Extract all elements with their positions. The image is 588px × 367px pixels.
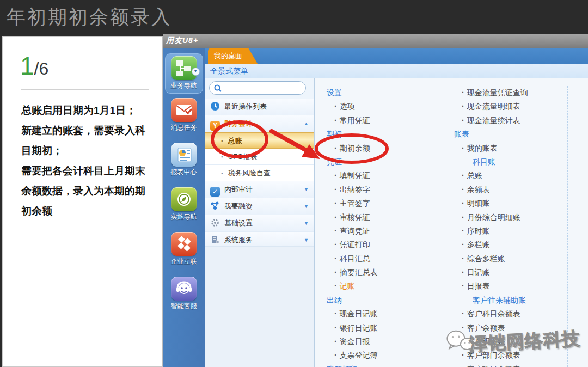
menu-item-general-ledger-report[interactable]: 总账 — [451, 169, 579, 182]
chevron-up-icon[interactable]: ▲ — [304, 115, 309, 132]
chevron-down-icon[interactable]: ▼ — [304, 198, 309, 215]
menu-item-daily-report[interactable]: 日报表 — [451, 279, 579, 293]
menu-item-query-voucher[interactable]: 查询凭证 — [324, 224, 444, 238]
tutorial-panel: 1/6 总账启用日期为1月1日； 新建立的账套，需要录入科 目期初； 需要把各会… — [2, 36, 163, 367]
menu-item-common-vouchers[interactable]: 常用凭证 — [324, 114, 444, 127]
menu-item-my-reports[interactable]: 我的账表 — [451, 142, 579, 155]
smart-service-headset-icon — [171, 277, 197, 301]
tree-item-label: 财务会计 — [224, 119, 253, 127]
window-titlebar: 用友U8+ — [163, 34, 588, 48]
tutorial-text: 总账启用日期为1月1日； 新建立的账套，需要录入科 目期初； 需要把各会计科目上… — [21, 100, 152, 221]
menu-item-combined-multicolumn[interactable]: 综合多栏账 — [451, 252, 579, 266]
step-indicator: 1/6 — [20, 51, 48, 81]
search-area — [205, 78, 314, 99]
sidebar-item-label: 智能客服 — [165, 302, 203, 311]
menu-group-book-print: 账簿打印 — [324, 363, 444, 367]
tree-item-financing[interactable]: 我要融资▼ — [205, 198, 314, 215]
column-divider — [567, 86, 568, 367]
menu-group-account-reports: 账表 — [451, 127, 579, 141]
search-input[interactable] — [224, 83, 302, 94]
tutorial-line: 新建立的账套，需要录入科 — [21, 120, 152, 140]
menu-content: 最近操作列表 ¥财务会计▲ 总账 UFO报表 税务风险自查 — [205, 78, 588, 367]
sidebar-item-implementation-nav[interactable]: 实施导航 — [165, 187, 203, 228]
tree-item-ufo-report[interactable]: UFO报表 — [205, 149, 314, 165]
menu-item-account-summary[interactable]: 科目汇总 — [324, 252, 444, 266]
menu-group-cashier: 出纳 — [324, 293, 444, 307]
yen-icon: ¥ — [210, 121, 220, 131]
menu-item-journal[interactable]: 日记账 — [451, 266, 579, 279]
menu-item-check-register[interactable]: 支票登记簿 — [324, 348, 444, 362]
tree-item-label: 系统服务 — [224, 236, 253, 244]
enterprise-link-icon — [171, 232, 197, 256]
menu-item-print-voucher[interactable]: 凭证打印 — [324, 238, 444, 252]
tree-item-general-ledger[interactable]: 总账 — [205, 132, 314, 149]
menu-item-customer-subject-balance[interactable]: 客户科目余额表 — [451, 307, 579, 321]
menu-tree-panel: 最近操作列表 ¥财务会计▲ 总账 UFO报表 税务风险自查 — [205, 78, 315, 367]
tree-empty-area — [205, 246, 314, 367]
menu-item-customer-detail[interactable]: 客户明细账 — [451, 335, 579, 348]
menu-column-1: 设置 选项 常用凭证 期初 期初余额 凭证 填制凭证 出纳签字 主管签字 审核凭… — [324, 86, 444, 367]
u8-window: 用友U8+ ▾ 业务导航 消息任务 报表中心 — [163, 34, 588, 367]
chevron-down-icon[interactable]: ▾ — [192, 68, 200, 76]
chevron-down-icon[interactable]: ▼ — [304, 215, 309, 231]
tree-item-tax-risk-check[interactable]: 税务风险自查 — [205, 165, 314, 181]
business-nav-tree-icon: ▾ — [171, 56, 197, 80]
menu-item-cashflow-voucher-query[interactable]: 现金流量凭证查询 — [451, 86, 579, 100]
menu-column-2: 现金流量凭证查询 现金流量明细表 现金流量统计表 账表 我的账表 科目账 总账 … — [451, 86, 579, 367]
menu-item-cash-journal[interactable]: 现金日记账 — [324, 307, 444, 321]
menu-item-fill-voucher[interactable]: 填制凭证 — [324, 169, 444, 182]
menu-item-cashier-sign[interactable]: 出纳签字 — [324, 183, 444, 197]
search-box[interactable] — [209, 81, 306, 95]
main-area: 我的桌面 全景式菜单 最近操作列表 — [205, 48, 588, 367]
menu-item-customer-dept-balance[interactable]: 客户部门余额表 — [451, 348, 579, 362]
tree-item-recent-operations[interactable]: 最近操作列表 — [205, 99, 314, 115]
menu-item-detail-ledger[interactable]: 明细账 — [451, 197, 579, 210]
menu-item-beginning-balance[interactable]: 期初余额 — [324, 142, 444, 155]
menu-item-bank-journal[interactable]: 银行日记账 — [324, 321, 444, 335]
menu-group-customer-aux: 客户往来辅助账 — [451, 293, 579, 307]
menu-group-settings: 设置 — [324, 86, 444, 100]
menu-item-balance-sheet[interactable]: 余额表 — [451, 183, 579, 197]
menu-item-cashflow-detail[interactable]: 现金流量明细表 — [451, 100, 579, 113]
tree-item-label: UFO报表 — [228, 152, 257, 161]
tab-bar: 我的桌面 — [205, 48, 588, 64]
page-title: 年初期初余额录入 — [7, 4, 172, 30]
tutorial-line: 初余额 — [21, 201, 152, 221]
menu-item-chronological[interactable]: 序时账 — [451, 224, 579, 238]
tree-item-label: 税务风险自查 — [228, 169, 271, 177]
left-sidebar: ▾ 业务导航 消息任务 报表中心 实施导航 — [163, 48, 205, 367]
sidebar-item-report-center[interactable]: 报表中心 — [165, 143, 203, 183]
sidebar-item-label: 消息任务 — [165, 123, 203, 132]
sidebar-item-smart-service[interactable]: 智能客服 — [165, 277, 203, 317]
menu-item-monthly-detail[interactable]: 月份综合明细账 — [451, 211, 579, 224]
sidebar-item-label: 企业互联 — [165, 257, 203, 266]
menu-item-options[interactable]: 选项 — [324, 100, 444, 113]
menu-item-bookkeeping[interactable]: 记账 — [324, 279, 444, 293]
search-icon — [213, 84, 222, 93]
menu-item-fund-daily[interactable]: 资金日报 — [324, 335, 444, 348]
share-nodes-icon — [210, 200, 220, 210]
step-divider — [21, 89, 149, 90]
chevron-down-icon[interactable]: ▼ — [304, 181, 309, 198]
sidebar-item-enterprise-link[interactable]: 企业互联 — [165, 232, 203, 272]
tutorial-line: 总账启用日期为1月1日； — [21, 100, 152, 120]
tutorial-line: 需要把各会计科目上月期末 — [21, 161, 152, 181]
tree-item-basic-settings[interactable]: 基础设置▼ — [205, 215, 314, 232]
sidebar-item-label: 实施导航 — [165, 212, 203, 222]
tree-item-financial-accounting[interactable]: ¥财务会计▲ — [205, 115, 314, 132]
menu-item-customer-balance[interactable]: 客户余额表 — [451, 321, 579, 335]
step-current: 1 — [20, 52, 34, 80]
menu-item-abstract-summary[interactable]: 摘要汇总表 — [324, 266, 444, 279]
menu-item-audit-voucher[interactable]: 审核凭证 — [324, 211, 444, 224]
sidebar-item-label: 业务导航 — [166, 81, 203, 90]
tree-item-internal-audit[interactable]: ✓内部审计▼ — [205, 181, 314, 198]
menu-item-customer-project-balance[interactable]: 客户项目余额表 — [451, 363, 579, 367]
sidebar-item-message-tasks[interactable]: 消息任务 — [165, 98, 203, 138]
tab-my-desktop[interactable]: 我的桌面 — [208, 48, 248, 64]
menu-item-multicolumn[interactable]: 多栏账 — [451, 238, 579, 252]
menu-group-voucher: 凭证 — [324, 155, 444, 169]
panoramic-menu-bar[interactable]: 全景式菜单 — [205, 64, 588, 78]
sidebar-item-business-nav[interactable]: ▾ 业务导航 — [165, 53, 203, 94]
menu-item-cashflow-stats[interactable]: 现金流量统计表 — [451, 114, 579, 127]
menu-item-supervisor-sign[interactable]: 主管签字 — [324, 197, 444, 210]
